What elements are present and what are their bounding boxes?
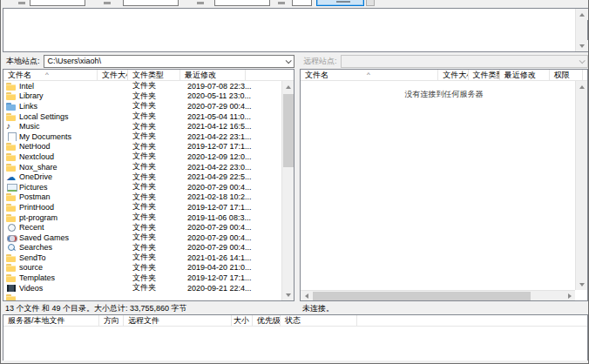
file-modified: 2021-04-22 23:0... (180, 163, 267, 172)
file-row[interactable]: My Documents文件夹2021-04-22 23:1... (3, 131, 281, 142)
not-connected-message: 没有连接到任何服务器 (301, 89, 587, 100)
column-header-filesize[interactable]: 文件大小 (98, 70, 128, 81)
column-header-direction[interactable]: 方向 (99, 315, 124, 327)
host-input[interactable] (30, 0, 85, 6)
file-row[interactable]: Local Settings文件夹2021-05-04 11:0... (3, 111, 281, 122)
scrollbar-thumb[interactable] (313, 292, 531, 300)
port-input[interactable] (292, 0, 312, 6)
scroll-left-icon[interactable] (301, 291, 312, 301)
column-header-server-local-file[interactable]: 服务器/本地文件 (3, 315, 99, 327)
column-header-permissions[interactable]: 权限 (550, 70, 583, 81)
column-header-modified[interactable]: 最近修改 (180, 70, 246, 81)
column-header-filetype[interactable]: 文件类型 (469, 70, 500, 81)
file-row[interactable]: pt-program文件夹2019-11-06 08:3... (3, 212, 281, 223)
searches-icon (6, 243, 17, 252)
local-panel: 本地站点: C:\Users\xiaoh\ 文件名 ^ 文件大小 文件类型 最近… (3, 53, 294, 313)
column-header-remote-file[interactable]: 远程文件 (124, 315, 232, 327)
remote-site-label: 远程站点: (300, 56, 341, 67)
scroll-up-icon[interactable] (576, 81, 588, 92)
message-log-scrollbar[interactable] (575, 9, 587, 51)
file-row[interactable]: Templates文件夹2019-12-07 17:1... (3, 273, 281, 283)
quickconnect-button[interactable] (316, 0, 364, 6)
column-header-modified[interactable]: 最近修改 (500, 70, 550, 81)
docs-icon (6, 132, 17, 141)
local-list-scrollbar[interactable] (281, 81, 294, 300)
scrollbar-thumb[interactable] (283, 94, 294, 167)
file-row[interactable]: Searches文件夹2020-07-29 00:4... (3, 243, 281, 253)
file-modified: 2020-07-29 00:4... (180, 183, 267, 192)
folder-icon (6, 263, 17, 272)
local-file-list: Intel文件夹2019-07-08 22:3...Library文件夹2020… (3, 81, 281, 300)
file-row[interactable]: Saved Games文件夹2020-07-29 00:4... (3, 233, 281, 243)
username-label (104, 2, 111, 4)
games-icon (6, 233, 17, 242)
folder-icon (6, 142, 17, 151)
file-modified: 2021-04-22 23:1... (180, 132, 267, 141)
scroll-up-icon[interactable] (282, 81, 294, 92)
scroll-up-icon[interactable] (576, 9, 588, 20)
file-row[interactable]: Intel文件夹2019-07-08 22:3... (3, 81, 281, 91)
username-input[interactable] (123, 0, 179, 6)
column-header-size[interactable]: 大小 (232, 315, 253, 327)
column-header-priority[interactable]: 优先级 (253, 315, 281, 327)
remote-list-hscrollbar[interactable] (301, 290, 575, 300)
file-row[interactable]: Library文件夹2020-05-11 23:0... (3, 91, 281, 102)
file-name: NetHood (19, 142, 51, 151)
file-row[interactable]: Music文件夹2021-04-12 16:5... (3, 121, 281, 131)
file-row[interactable] (3, 293, 281, 300)
file-name: Library (19, 91, 44, 100)
remote-panel: 远程站点: 文件名 ^ 文件大小 文件类型 最近修改 权限 没有连接到任何服务器 (300, 53, 588, 313)
column-header-filesize[interactable]: 文件大小 (438, 70, 468, 81)
file-row[interactable]: Postman文件夹2021-02-18 10:2... (3, 192, 281, 203)
file-type: 文件夹 (128, 282, 180, 293)
file-row[interactable]: Pictures文件夹2020-07-29 00:4... (3, 182, 281, 192)
column-header-filename[interactable]: 文件名 ^ (3, 70, 98, 81)
remote-site-combobox[interactable] (341, 55, 588, 68)
file-row[interactable]: Links文件夹2020-07-29 00:4... (3, 101, 281, 111)
file-row[interactable]: SendTo文件夹2021-01-26 14:1... (3, 253, 281, 263)
remote-status-text: 未连接。 (300, 303, 588, 313)
file-name: Templates (19, 273, 55, 282)
file-modified: 2021-02-18 10:2... (180, 192, 267, 201)
file-row[interactable]: Nextcloud文件夹2020-12-09 12:0... (3, 152, 281, 162)
file-modified: 2019-12-07 17:1... (180, 142, 267, 151)
file-name: Music (19, 122, 40, 131)
password-input[interactable] (214, 0, 270, 6)
file-row[interactable]: Videos文件夹2020-09-21 22:4... (3, 283, 281, 293)
chevron-down-icon[interactable] (286, 57, 292, 64)
file-name: Nextcloud (19, 152, 54, 161)
local-list-header: 文件名 ^ 文件大小 文件类型 最近修改 (3, 70, 294, 81)
file-row[interactable]: OneDrive文件夹2021-04-29 22:5... (3, 172, 281, 182)
file-name: Postman (19, 192, 51, 201)
file-name: Saved Games (19, 233, 69, 242)
quickconnect-bar (1, 0, 589, 8)
file-name: source (19, 263, 43, 272)
file-name: Searches (19, 243, 52, 252)
file-row[interactable]: Nox_share文件夹2021-04-22 23:0... (3, 162, 281, 172)
column-header-status[interactable]: 状态 (281, 315, 357, 327)
message-log[interactable] (3, 8, 588, 52)
column-header-filename[interactable]: 文件名 ^ (301, 70, 438, 81)
file-modified: 2020-07-29 00:4... (180, 243, 267, 252)
host-label (18, 2, 25, 4)
remote-list-scrollbar[interactable] (575, 81, 587, 290)
file-name: Nox_share (19, 163, 58, 172)
local-site-label: 本地站点: (3, 56, 44, 67)
file-name: My Documents (19, 132, 71, 141)
links-icon (6, 102, 17, 111)
column-header-filetype[interactable]: 文件类型 (128, 70, 180, 81)
scroll-down-icon[interactable] (576, 40, 588, 51)
quickconnect-dropdown-button[interactable] (366, 0, 375, 6)
file-row[interactable]: PrintHood文件夹2019-12-07 17:1... (3, 202, 281, 212)
scroll-down-icon[interactable] (282, 289, 294, 300)
file-row[interactable]: NetHood文件夹2019-12-07 17:1... (3, 142, 281, 152)
file-name: Links (19, 102, 37, 111)
scroll-right-icon[interactable] (564, 291, 575, 301)
file-row[interactable]: source文件夹2019-04-20 21:0... (3, 263, 281, 273)
file-modified: 2020-05-11 23:0... (180, 91, 267, 100)
local-site-combobox[interactable]: C:\Users\xiaoh\ (44, 55, 294, 68)
scroll-down-icon[interactable] (576, 279, 588, 290)
file-row[interactable]: Recent文件夹2020-07-29 00:4... (3, 222, 281, 233)
file-modified: 2019-12-07 17:1... (180, 203, 267, 212)
queue-body[interactable] (3, 327, 587, 361)
